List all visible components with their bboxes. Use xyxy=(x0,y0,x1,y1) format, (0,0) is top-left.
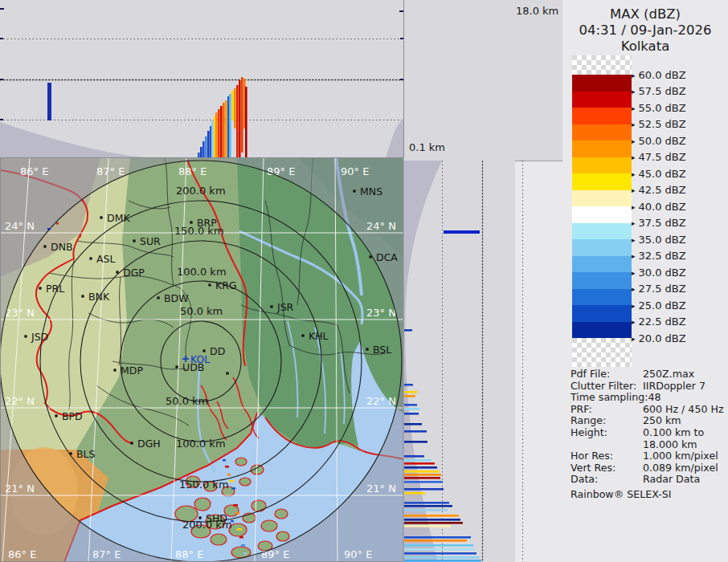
metadata-row: PRF:600 Hz / 450 Hz xyxy=(571,404,726,416)
echo-bar xyxy=(404,492,425,495)
city-label: DGP xyxy=(123,267,145,279)
echo-bar xyxy=(404,413,419,415)
arrow-icon: ▸ xyxy=(632,104,636,112)
city-label: DD xyxy=(210,345,225,357)
city-dot xyxy=(24,335,27,337)
dbz-value-label: 47.5 dBZ xyxy=(639,151,686,163)
parallel-label-right: 21° N xyxy=(366,483,396,495)
dbz-value-label: 30.0 dBZ xyxy=(639,267,686,279)
parallel-label-left: 23° N xyxy=(5,307,35,319)
colorbar xyxy=(572,55,632,367)
city-dot xyxy=(353,189,355,192)
city-dot xyxy=(89,257,92,259)
dbz-value-label: 42.5 dBZ xyxy=(639,184,686,196)
arrow-icon: ▸ xyxy=(632,137,636,145)
echo-speck xyxy=(235,512,239,515)
metadata-block: Pdf File:250Z.maxClutter Filter:IIRDoppl… xyxy=(571,369,726,486)
echo-speck xyxy=(241,544,245,547)
city-label: KRG xyxy=(215,279,237,291)
colorbar-boundary-label: ▸60.0 dBZ xyxy=(632,69,686,81)
meridian-label-top: 89° E xyxy=(267,165,295,177)
arrow-icon: ▸ xyxy=(632,252,636,260)
colorbar-boundary-label: ▸20.0 dBZ xyxy=(632,332,686,344)
echo-speck xyxy=(79,235,81,238)
legend: MAX (dBZ) 04:31 / 09-Jan-2026 Kolkata ▸6… xyxy=(562,0,728,562)
city-dot xyxy=(198,516,201,519)
meridian-label-bottom: 88° E xyxy=(175,548,203,560)
arrow-icon: ▸ xyxy=(632,219,636,227)
station-name: Kolkata xyxy=(562,39,728,54)
city-label: DGH xyxy=(137,438,161,450)
city-label: DNB xyxy=(51,241,73,253)
parallel-label-right: 22° N xyxy=(366,395,396,407)
map-view: 86° E86° E87° E87° E88° E88° E89° E89° E… xyxy=(0,157,403,562)
top-panel-axis-ticks xyxy=(0,9,403,120)
city-dot xyxy=(369,255,371,258)
colorbar-boundary-label: ▸47.5 dBZ xyxy=(632,151,686,163)
city-label: BDW xyxy=(164,292,189,304)
dbz-value-label: 40.0 dBZ xyxy=(639,201,686,213)
colorbar-band xyxy=(572,92,632,108)
meridian-label-top: 90° E xyxy=(341,165,369,177)
colorbar-checker-bottom xyxy=(572,338,632,367)
colorbar-boundary-label: ▸52.5 dBZ xyxy=(632,118,686,130)
arrow-icon: ▸ xyxy=(632,203,636,211)
timestamp: 04:31 / 09-Jan-2026 xyxy=(562,22,728,38)
metadata-row: Time sampling:48 xyxy=(571,392,726,404)
echo-bar xyxy=(404,391,417,393)
echo-bar xyxy=(225,100,227,158)
side-panel-height-min-label: 0.1 km xyxy=(409,141,445,153)
city-dot xyxy=(116,271,118,273)
echo-bar xyxy=(404,474,441,476)
meridian-label-top: 86° E xyxy=(20,165,48,177)
metadata-row: Clutter Filter:IIRDoppler 7 xyxy=(571,381,726,393)
dbz-value-label: 32.5 dBZ xyxy=(639,250,686,262)
colorbar-band xyxy=(572,322,632,339)
echo-bar xyxy=(200,147,202,158)
parallel-label-left: 22° N xyxy=(5,395,35,407)
metadata-value: Radar Data xyxy=(643,473,700,485)
echo-bar xyxy=(404,515,459,517)
echo-bar xyxy=(207,131,210,158)
echo-bar xyxy=(404,329,412,332)
arrow-icon: ▸ xyxy=(632,285,636,293)
dbz-value-label: 52.5 dBZ xyxy=(639,118,686,130)
dbz-value-label: 50.0 dBZ xyxy=(639,135,686,147)
echo-bar xyxy=(404,462,435,465)
colorbar-band xyxy=(572,75,632,92)
city-dot xyxy=(39,287,41,289)
city-label: MNS xyxy=(360,185,382,198)
city-dot xyxy=(113,369,116,371)
city-dot xyxy=(270,305,272,307)
echo-speck xyxy=(225,466,229,468)
colorbar-band xyxy=(572,223,632,240)
meridian-label-bottom: 90° E xyxy=(344,548,372,560)
city-label: DCA xyxy=(376,251,398,263)
echo-bar xyxy=(404,556,480,559)
echo-bar xyxy=(404,441,427,443)
echo-bar xyxy=(404,423,422,426)
colorbar-boundary-label: ▸35.0 dBZ xyxy=(632,234,686,246)
colorbar-band xyxy=(572,173,632,190)
echo-bar xyxy=(404,509,448,511)
city-label: JSD xyxy=(31,331,48,343)
echo-bar xyxy=(404,466,437,469)
colorbar-boundary-label: ▸30.0 dBZ xyxy=(632,267,686,279)
metadata-row: Hor Res:1.000 km/pixel xyxy=(571,450,726,462)
echo-bar xyxy=(404,502,449,504)
top-projection-panel xyxy=(0,9,403,160)
city-dot xyxy=(43,245,46,247)
metadata-value: 600 Hz / 450 Hz xyxy=(643,403,724,415)
echo-bar xyxy=(404,455,424,458)
dbz-value-label: 20.0 dBZ xyxy=(639,332,686,344)
city-label: BNK xyxy=(88,291,110,303)
colorbar-boundary-label: ▸27.5 dBZ xyxy=(632,283,686,295)
city-dot xyxy=(55,414,57,417)
echo-bar xyxy=(404,470,440,473)
arrow-icon: ▸ xyxy=(632,335,636,343)
colorbar-boundary-label: ▸55.0 dBZ xyxy=(632,102,686,114)
city-dot xyxy=(157,296,159,299)
metadata-value: 250 km xyxy=(643,414,681,426)
echo-speck xyxy=(243,552,247,555)
dbz-value-label: 35.0 dBZ xyxy=(639,234,686,246)
